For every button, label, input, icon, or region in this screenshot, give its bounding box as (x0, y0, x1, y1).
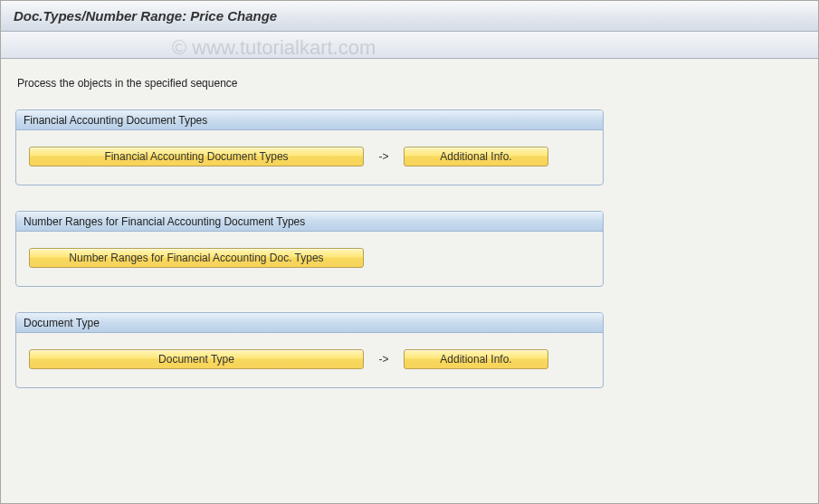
application-toolbar (1, 32, 818, 59)
additional-info-button[interactable]: Additional Info. (404, 147, 548, 166)
group-document-type: Document Type Document Type -> Additiona… (15, 312, 604, 388)
group-header: Document Type (16, 313, 603, 333)
additional-info-button[interactable]: Additional Info. (404, 349, 548, 369)
arrow-separator: -> (375, 150, 393, 163)
number-ranges-button[interactable]: Number Ranges for Financial Accounting D… (29, 248, 364, 268)
group-header: Number Ranges for Financial Accounting D… (16, 212, 603, 232)
arrow-separator: -> (375, 353, 393, 366)
title-bar: Doc.Types/Number Range: Price Change (1, 1, 818, 32)
page-title: Doc.Types/Number Range: Price Change (14, 8, 277, 24)
group-financial-accounting-doc-types: Financial Accounting Document Types Fina… (15, 109, 604, 185)
group-number-ranges: Number Ranges for Financial Accounting D… (15, 211, 604, 287)
content-area: Process the objects in the specified seq… (1, 59, 818, 428)
group-body: Number Ranges for Financial Accounting D… (16, 232, 603, 286)
group-header: Financial Accounting Document Types (16, 110, 603, 130)
financial-accounting-doc-types-button[interactable]: Financial Accounting Document Types (29, 147, 364, 166)
instruction-text: Process the objects in the specified seq… (17, 77, 804, 90)
group-body: Financial Accounting Document Types -> A… (16, 130, 603, 185)
document-type-button[interactable]: Document Type (29, 349, 364, 369)
group-body: Document Type -> Additional Info. (16, 333, 603, 387)
